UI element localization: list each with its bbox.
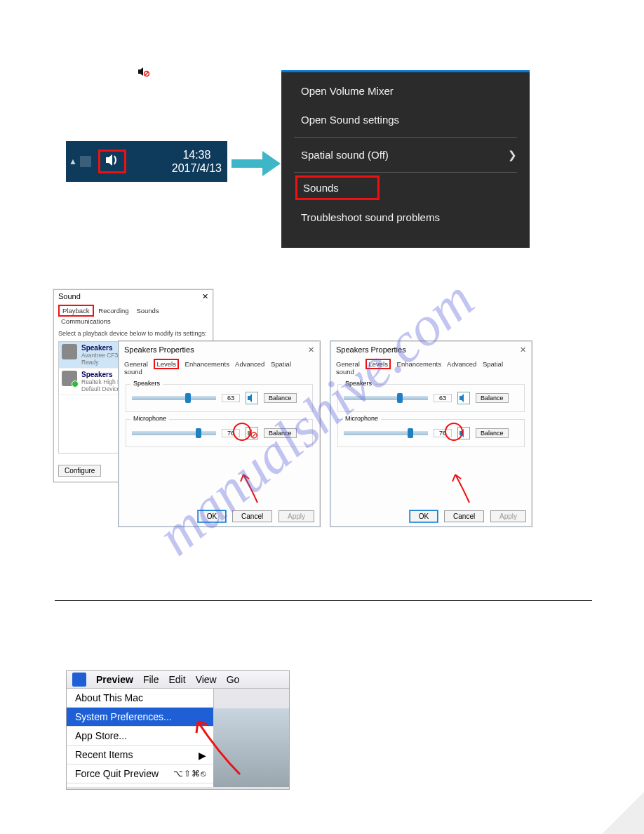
sound-context-menu: Open Volume Mixer Open Sound settings Sp…: [281, 70, 530, 248]
tab-levels[interactable]: Levels: [365, 359, 390, 369]
cancel-button[interactable]: Cancel: [444, 510, 484, 522]
menu-open-volume-mixer[interactable]: Open Volume Mixer: [281, 77, 530, 105]
microphone-slider[interactable]: [344, 431, 428, 435]
speakers-balance-button[interactable]: Balance: [476, 393, 509, 403]
sprop-tabs: General Levels Enhancements Advanced Spa…: [119, 359, 320, 377]
speakers-slider[interactable]: [132, 396, 216, 400]
ok-button[interactable]: OK: [410, 510, 438, 522]
menu-spatial-sound-label: Spatial sound (Off): [301, 149, 389, 161]
speakers-slider[interactable]: [344, 396, 428, 400]
tab-enhancements[interactable]: Enhancements: [185, 360, 229, 368]
speakers-properties-window: Speakers Properties ✕ General Levels Enh…: [118, 340, 321, 527]
tray-app-icon[interactable]: [80, 156, 91, 167]
tab-communications[interactable]: Communications: [58, 317, 114, 326]
menu-separator: [294, 172, 517, 173]
arrow-right-icon: [232, 151, 281, 179]
microphone-slider[interactable]: [132, 431, 216, 435]
tab-enhancements[interactable]: Enhancements: [397, 360, 441, 368]
mac-menubar: Preview File Edit View Go: [67, 671, 289, 689]
microphone-group: Microphone 76 Balance: [126, 419, 313, 447]
menu-about-this-mac[interactable]: About This Mac: [67, 689, 213, 708]
apply-button[interactable]: Apply: [279, 510, 314, 522]
microphone-label: Microphone: [130, 415, 169, 422]
speakers-group: Speakers 63 Balance: [337, 384, 525, 412]
tab-advanced[interactable]: Advanced: [447, 360, 476, 368]
speakers-value: 63: [434, 394, 452, 402]
mac-menubar-screenshot: Preview File Edit View Go About This Mac…: [66, 670, 290, 790]
tab-levels[interactable]: Levels: [154, 359, 178, 369]
close-icon[interactable]: ✕: [308, 345, 314, 355]
microphone-balance-button[interactable]: Balance: [264, 428, 297, 438]
speakers-properties-title: Speakers Properties: [124, 345, 194, 355]
menu-open-sound-settings[interactable]: Open Sound settings: [281, 105, 530, 134]
menu-troubleshoot[interactable]: Troubleshoot sound problems: [281, 203, 530, 232]
clock-time: 14:38: [172, 148, 222, 161]
tray-show-hidden-icon[interactable]: ▲: [69, 157, 77, 166]
ok-button[interactable]: OK: [198, 510, 226, 522]
cancel-button[interactable]: Cancel: [232, 510, 272, 522]
speaker-device-icon: [62, 371, 77, 386]
speakers-value: 63: [222, 394, 240, 402]
highlight-circle: [233, 423, 251, 441]
tab-recording[interactable]: Recording: [95, 306, 131, 315]
speakers-group: Speakers 63 Balance: [126, 384, 313, 412]
tab-general[interactable]: General: [124, 360, 148, 368]
arrow-callout-icon: [448, 469, 476, 505]
tray-speaker-icon[interactable]: [98, 150, 126, 173]
tab-playback[interactable]: Playback: [58, 305, 94, 317]
menu-sounds[interactable]: Sounds: [295, 176, 380, 200]
speakers-label: Speakers: [342, 380, 375, 387]
menubar-app-name[interactable]: Preview: [96, 674, 133, 685]
speaker-muted-icon: [137, 67, 150, 79]
default-check-icon: [72, 380, 79, 388]
sound-window-title: Sound: [58, 292, 81, 301]
highlight-circle: [445, 423, 463, 441]
arrow-callout-icon: [191, 715, 247, 781]
menu-separator: [294, 137, 517, 138]
speakers-properties-window: Speakers Properties ✕ General Levels Enh…: [330, 340, 532, 527]
tab-advanced[interactable]: Advanced: [235, 360, 264, 368]
tab-sounds[interactable]: Sounds: [133, 306, 161, 315]
speakers-properties-title: Speakers Properties: [336, 345, 406, 355]
speaker-device-icon: [62, 344, 77, 359]
svg-line-4: [253, 434, 256, 437]
menu-force-quit-label: Force Quit Preview: [75, 768, 159, 779]
windows-taskbar: ▲ 14:38 2017/4/13: [66, 141, 227, 182]
speakers-label: Speakers: [130, 380, 163, 387]
tray-clock[interactable]: 14:38 2017/4/13: [172, 148, 227, 175]
svg-rect-2: [232, 159, 262, 168]
menu-recent-items-label: Recent Items: [75, 749, 133, 760]
menubar-file[interactable]: File: [143, 674, 159, 685]
microphone-balance-button[interactable]: Balance: [476, 428, 509, 438]
menu-spatial-sound[interactable]: Spatial sound (Off) ❯: [281, 140, 530, 169]
clock-date: 2017/4/13: [172, 161, 222, 175]
apply-button[interactable]: Apply: [490, 510, 526, 522]
speakers-mute-icon[interactable]: [457, 392, 470, 404]
apple-menu-icon[interactable]: [72, 673, 86, 687]
microphone-group: Microphone 76 Balance: [337, 419, 525, 447]
speakers-mute-icon[interactable]: [246, 392, 258, 404]
microphone-label: Microphone: [342, 415, 381, 422]
menubar-edit[interactable]: Edit: [169, 674, 186, 685]
speakers-balance-button[interactable]: Balance: [264, 393, 297, 403]
close-icon[interactable]: ✕: [202, 292, 208, 301]
section-divider: [55, 600, 592, 601]
arrow-callout-icon: [236, 469, 264, 505]
sound-tabs: Playback Recording Sounds Communications: [54, 303, 213, 327]
menubar-go[interactable]: Go: [227, 674, 240, 685]
page-corner-fold: [602, 792, 644, 834]
close-icon[interactable]: ✕: [520, 345, 526, 355]
sound-hint: Select a playback device below to modify…: [54, 327, 213, 340]
sprop-tabs: General Levels Enhancements Advanced Spa…: [330, 359, 532, 377]
tab-general[interactable]: General: [336, 360, 360, 368]
menubar-view[interactable]: View: [196, 674, 217, 685]
chevron-right-icon: ❯: [508, 149, 517, 161]
configure-button[interactable]: Configure: [58, 465, 101, 477]
